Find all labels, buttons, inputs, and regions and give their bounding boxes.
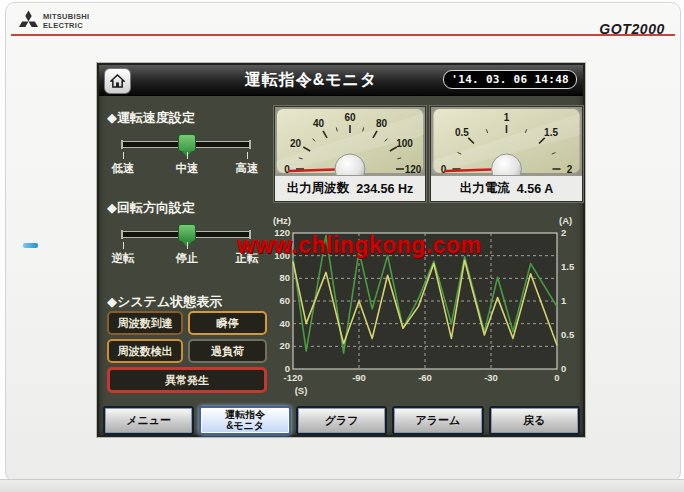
- speed-section-title: ◆運転速度設定: [107, 109, 195, 127]
- clock-display: '14. 03. 06 14:48: [443, 70, 577, 89]
- three-diamond-icon: [18, 10, 39, 33]
- status-lamp: 過負荷: [188, 339, 267, 363]
- nav-button[interactable]: メニュー: [103, 406, 194, 435]
- status-lamp-grid: 周波数到達瞬停周波数検出過負荷異常発生: [107, 311, 267, 393]
- slider-tick: [187, 242, 188, 249]
- nav-button[interactable]: グラフ: [296, 406, 387, 435]
- gauge-face: 020406080100120: [275, 107, 425, 175]
- meter-value: 234.56 Hz: [356, 182, 413, 196]
- direction-slider-track[interactable]: [121, 231, 251, 238]
- screen-switch-bar: メニュー運転指令 &モニタグラフアラーム戻る: [103, 406, 580, 435]
- svg-text:60: 60: [279, 295, 290, 306]
- meter-output-frequency: 020406080100120出力周波数234.56 Hz: [274, 106, 426, 202]
- svg-text:0: 0: [554, 372, 559, 383]
- meter-name: 出力電流: [460, 180, 510, 197]
- meter-readout: 出力周波数234.56 Hz: [275, 175, 425, 201]
- svg-text:-30: -30: [484, 372, 498, 383]
- slider-option-label: 高速: [225, 161, 269, 176]
- status-section-title: ◆システム状態表示: [107, 293, 222, 311]
- svg-text:(Hz): (Hz): [273, 215, 291, 226]
- status-lamp: 瞬停: [188, 311, 267, 335]
- svg-text:20: 20: [279, 340, 290, 351]
- slider-option-label: 逆転: [101, 251, 145, 266]
- svg-text:40: 40: [279, 318, 290, 329]
- svg-text:60: 60: [344, 112, 356, 123]
- svg-text:1.5: 1.5: [561, 261, 575, 272]
- svg-text:2: 2: [567, 164, 573, 175]
- svg-text:1: 1: [504, 112, 510, 123]
- svg-text:120: 120: [405, 164, 422, 175]
- meter-readout: 出力電流4.56 A: [431, 175, 582, 201]
- svg-text:(S): (S): [295, 385, 308, 396]
- slider-option-label: 停止: [165, 251, 209, 266]
- svg-text:-120: -120: [283, 372, 302, 383]
- direction-slider-handle[interactable]: [178, 224, 196, 242]
- svg-text:2: 2: [561, 227, 566, 238]
- svg-text:40: 40: [313, 118, 325, 129]
- watermark-text: www.chlingkong.com: [237, 232, 482, 259]
- meter-name: 出力周波数: [287, 180, 350, 197]
- status-lamp: 周波数到達: [107, 311, 183, 335]
- svg-text:80: 80: [376, 118, 388, 129]
- page-title: 運転指令&モニタ: [159, 65, 463, 95]
- slider-tick: [123, 152, 124, 159]
- device-bezel: MITSUBISHI ELECTRIC GOT2000 運転指令&モニタ '14…: [5, 2, 681, 482]
- speed-slider-handle[interactable]: [178, 134, 196, 152]
- svg-text:100: 100: [396, 138, 413, 149]
- nav-button[interactable]: アラーム: [392, 406, 483, 435]
- svg-text:(A): (A): [559, 215, 572, 226]
- svg-text:1: 1: [561, 295, 567, 306]
- nav-button[interactable]: 運転指令 &モニタ: [199, 406, 290, 435]
- direction-section-title: ◆回転方向設定: [107, 199, 195, 217]
- svg-text:-60: -60: [418, 372, 432, 383]
- slider-option-label: 低速: [101, 161, 145, 176]
- svg-text:0: 0: [561, 363, 566, 374]
- svg-text:0.5: 0.5: [561, 329, 575, 340]
- power-led: [23, 243, 38, 248]
- status-lamp: 異常発生: [107, 367, 267, 393]
- bezel-accent-line: [11, 34, 675, 36]
- slider-option-label: 中速: [165, 161, 209, 176]
- svg-text:-90: -90: [352, 372, 366, 383]
- svg-text:80: 80: [279, 272, 290, 283]
- svg-text:0: 0: [284, 164, 290, 175]
- hmi-screen: 運転指令&モニタ '14. 03. 06 14:48 ◆運転速度設定 ◆回転方向…: [97, 63, 585, 437]
- home-button[interactable]: [104, 68, 131, 94]
- nav-button[interactable]: 戻る: [489, 406, 580, 435]
- slider-tick: [123, 242, 124, 249]
- svg-text:0: 0: [441, 164, 447, 175]
- gauge-face: 00.511.52: [431, 107, 582, 175]
- device-base: [0, 479, 684, 492]
- status-lamp: 周波数検出: [107, 339, 183, 363]
- meter-value: 4.56 A: [517, 182, 553, 196]
- slider-tick: [187, 152, 188, 159]
- svg-text:1.5: 1.5: [544, 127, 558, 138]
- brand-line-2: ELECTRIC: [43, 22, 89, 30]
- svg-text:0.5: 0.5: [455, 127, 469, 138]
- slider-tick: [247, 152, 248, 159]
- screen-header: 運転指令&モニタ '14. 03. 06 14:48: [99, 65, 583, 96]
- home-icon: [110, 74, 125, 88]
- meter-output-current: 00.511.52出力電流4.56 A: [430, 106, 583, 202]
- svg-text:20: 20: [290, 138, 302, 149]
- brand-text: MITSUBISHI ELECTRIC: [43, 13, 89, 30]
- speed-slider-track[interactable]: [121, 141, 251, 148]
- mitsubishi-logo: MITSUBISHI ELECTRIC: [18, 10, 89, 33]
